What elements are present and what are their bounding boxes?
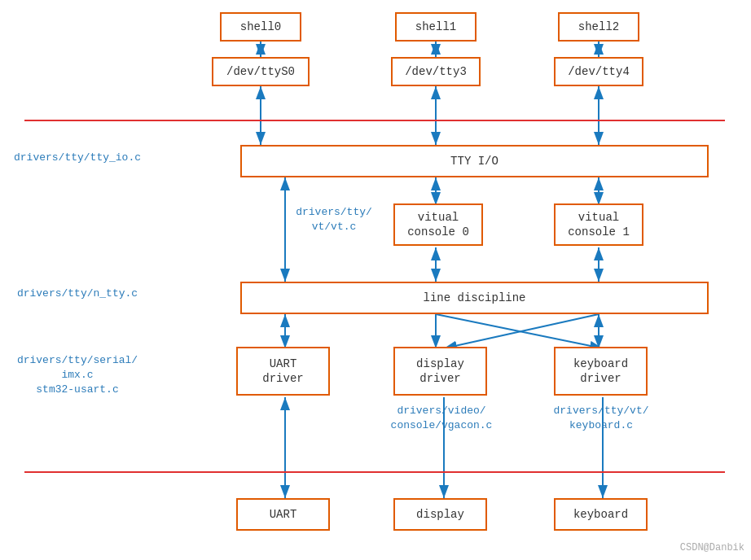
display-hw-box: display — [393, 498, 487, 531]
display-driver-label: display driver — [416, 357, 464, 386]
vconsole0-label: vitual console 0 — [407, 210, 469, 239]
keyboard-driver-label: keyboard driver — [573, 357, 628, 386]
ttys0-box: /dev/ttyS0 — [212, 57, 310, 86]
shell0-label: shell0 — [240, 20, 281, 34]
display-hw-label: display — [416, 507, 464, 522]
shell2-label: shell2 — [578, 20, 619, 34]
shell1-label: shell1 — [415, 20, 456, 34]
display-driver-box: display driver — [393, 347, 487, 396]
tty4-label: /dev/tty4 — [568, 64, 630, 79]
tty3-box: /dev/tty3 — [391, 57, 481, 86]
svg-line-18 — [444, 314, 599, 348]
diagram: shell0 shell1 shell2 /dev/ttyS0 /dev/tty… — [0, 0, 751, 560]
keyboard-hw-label: keyboard — [573, 507, 628, 522]
tty4-box: /dev/tty4 — [554, 57, 643, 86]
vconsole1-label: vitual console 1 — [568, 210, 630, 239]
keyboard-hw-box: keyboard — [554, 498, 648, 531]
uart-driver-box: UART driver — [236, 347, 330, 396]
linedisc-box: line discipline — [240, 282, 709, 314]
keyboard-driver-box: keyboard driver — [554, 347, 648, 396]
uart-hw-box: UART — [236, 498, 330, 531]
label-vt: drivers/tty/vt/vt.c — [285, 205, 383, 234]
shell2-box: shell2 — [558, 12, 639, 42]
watermark: CSDN@Danbik — [680, 542, 744, 553]
vconsole0-box: vitual console 0 — [393, 203, 483, 246]
label-vgacon: drivers/video/console/vgacon.c — [384, 404, 498, 433]
ttyio-label: TTY I/O — [450, 154, 498, 168]
svg-line-17 — [436, 314, 603, 348]
linedisc-label: line discipline — [423, 291, 525, 305]
shell0-box: shell0 — [220, 12, 301, 42]
label-keyboard-drv: drivers/tty/vt/keyboard.c — [544, 404, 658, 433]
label-serial: drivers/tty/serial/imx.cstm32-usart.c — [4, 353, 151, 398]
label-ntty: drivers/tty/n_tty.c — [4, 287, 151, 301]
ttys0-label: /dev/ttyS0 — [226, 64, 295, 79]
shell1-box: shell1 — [395, 12, 477, 42]
uart-hw-label: UART — [270, 507, 297, 522]
uart-driver-label: UART driver — [262, 357, 303, 386]
tty3-label: /dev/tty3 — [405, 64, 467, 79]
ttyio-box: TTY I/O — [240, 145, 709, 177]
vconsole1-box: vitual console 1 — [554, 203, 643, 246]
label-ttyio: drivers/tty/tty_io.c — [4, 151, 151, 165]
